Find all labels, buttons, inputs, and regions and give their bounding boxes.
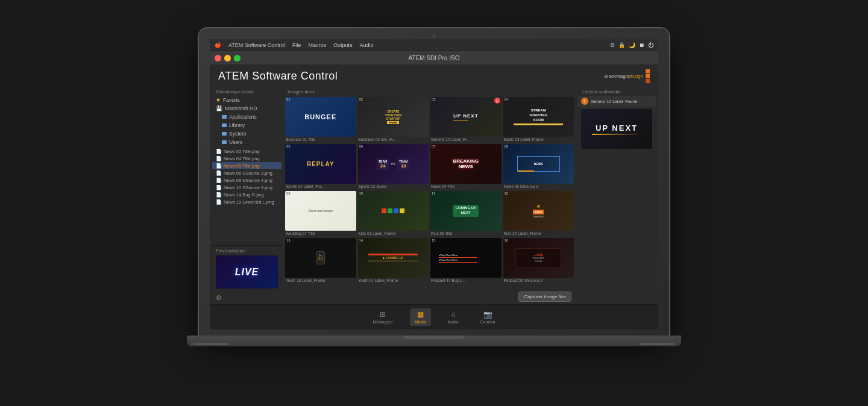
window-titlebar: ATEM SDI Pro ISO [210,51,658,64]
tree-item-library[interactable]: Library [212,121,281,130]
thumb-number: 13 [286,239,291,242]
grid-label-05: Sports 02 Label_Fra... [285,184,356,189]
grid-thumb-11: 11 COMING UPNEXT [430,191,502,231]
podcast-bar [439,262,477,263]
camera-dot [432,34,436,38]
upnext-preview: UP NEXT [581,109,652,149]
menu-item-app[interactable]: ATEM Software Control [228,42,285,48]
nav-camera[interactable]: 📷 Caméra [476,308,500,326]
preview-label: Prévisualisation [212,248,281,254]
capture-button-row: Capturer image fixe [283,289,576,304]
grid-item-05[interactable]: 05 REPLAY Sports 02 Label_Fra... [285,144,356,189]
grid-label-06: Sports 22 Score [358,184,429,189]
file-icon: 📄 [216,192,222,198]
grid-item-02[interactable]: 02 CREATEYOUR OWNSTARTUP BRAND Business … [358,97,429,142]
tree-item-favorites[interactable]: ★ Favoris [212,96,281,104]
file-item-selected[interactable]: 📄 News 05 Title.png [212,162,281,169]
grid-item-06[interactable]: 06 TEAM 24 VS TEAM [358,144,429,189]
file-icon: 📄 [216,163,222,169]
right-panel: Lecteur multimédia 1 Generic 10 Label_Fr… [577,87,656,304]
tree-item-users[interactable]: Users [212,138,281,146]
laptop-foot-right [639,343,675,345]
tree-item-hdd[interactable]: 💾 Macintosh HD [212,104,281,113]
nav-audio[interactable]: ♫ Audio [443,308,464,326]
grid-thumb-07: 07 BREAKINGNEWS [430,144,502,184]
grid-thumb-16: 16 ● LIVE PODCASTSHOW [503,238,574,278]
minimize-button[interactable] [224,55,231,61]
thumb-number: 10 [359,192,363,195]
file-name: News 04 Title.png [224,156,260,161]
fullscreen-button[interactable] [234,55,241,61]
images-fixes-title: Images fixes [283,87,576,96]
media-grid: 01 BUNGEE Business 01 Title 02 CREATEYOU… [283,96,576,289]
grid-item-04[interactable]: 04 STREAMSTARTINGSOON Music 03 Label_Fra… [503,97,574,142]
grid-label-11: Kids 06 Title [430,231,502,236]
grid-label-13: Youth 13 Label_Frame [285,278,356,283]
file-item[interactable]: 📄 News 19 Lower3rd L.png [212,198,281,205]
grid-thumb-10: 10 [358,191,429,231]
grid-item-07[interactable]: 07 BREAKINGNEWS News 04 Title [430,144,502,189]
grid-item-01[interactable]: 01 BUNGEE Business 01 Title [285,97,356,142]
media-label: Média [415,320,426,324]
grid-item-09[interactable]: 09 Alison and Steven Wedding 07 Title [285,191,356,236]
bottom-nav: ⊞ Mélangeur ▦ Média ♫ Audio 📷 Caméra [210,304,658,329]
folder-icon [222,140,227,144]
grid-label-07: News 04 Title [430,184,502,189]
file-icon: 📄 [216,149,222,154]
podcast-bar [439,257,477,258]
file-name: News 19 Lower3rd L.png [224,199,274,205]
selected-badge: 1 [494,98,500,104]
camera-icon: 📷 [483,310,492,319]
file-item[interactable]: 📄 News 14 Bug R.png [212,191,281,198]
left-panel: Bibliothèque locale ★ Favoris 💾 Macintos… [212,87,281,304]
menubar-icons: ⚙🔒🌙⏹⏻ [610,42,653,48]
camera-label: Caméra [480,320,495,324]
thumb-number: 08 [505,145,509,148]
grid-thumb-06: 06 TEAM 24 VS TEAM [358,144,429,184]
breaknews-text: BREAKINGNEWS [453,158,479,170]
grid-item-16[interactable]: 16 ● LIVE PODCASTSHOW Podcast 50 SSource… [503,238,574,283]
grid-label-14: Youth 04 Label_Frame [358,278,429,283]
app-title: ATEM Software Control [218,70,338,83]
grid-item-10[interactable]: 10 Kids 01 Label_Frame [358,191,429,236]
file-item[interactable]: 📄 News 10 SSource 3.png [212,184,281,191]
thumb-number: 11 [432,192,436,195]
menu-item-audio[interactable]: Audio [359,42,373,48]
tree-item-system[interactable]: System [212,130,281,138]
file-item[interactable]: 📄 News 09 SSource 4.png [212,176,281,184]
app-body: ATEM Software Control Blackmagicdesign [210,64,658,329]
grid-label-15: Podcast 47 Bug L... [430,278,502,283]
grid-thumb-05: 05 REPLAY [285,144,356,184]
tree-item-applications[interactable]: Applications [212,113,281,121]
grid-thumb-08: 08 NEWS [503,144,574,184]
grid-item-15[interactable]: 15 ●Play Show More ●Play Show More Podca… [430,238,502,283]
gear-icon[interactable]: ⚙ [216,294,222,302]
grid-item-13[interactable]: 13 NewTikTokDance Youth 13 Label_Frame [285,238,356,283]
nav-melangeur[interactable]: ⊞ Mélangeur [368,308,398,326]
grid-label-01: Business 01 Title [285,137,356,142]
screen-bezel: 🍎 ATEM Software Control File Macros Outp… [199,28,669,336]
folder-icon [222,132,227,136]
grid-item-03[interactable]: 03 1 UP NEXT Generic 10 Label_Fr... [430,97,502,142]
close-button[interactable] [215,55,221,61]
file-item[interactable]: 📄 News 04 Title.png [212,155,281,162]
file-item[interactable]: 📄 News 02 Title.png [212,148,281,155]
capture-button[interactable]: Capturer image fixe [518,292,571,302]
grid-label-03: Generic 10 Label_Fr... [430,137,502,142]
grid-item-08[interactable]: 08 NEWS News 08 SSource 3 [503,144,574,189]
file-item[interactable]: 📄 News 08 SSource 3.png [212,169,281,176]
grid-item-14[interactable]: 14 ▶ COMING UP Youth 04 Label_Frame [358,238,429,283]
menu-item-macros[interactable]: Macros [308,42,326,48]
apple-menu[interactable]: 🍎 [215,42,221,48]
thumb-number: 03 [432,98,436,101]
grid-item-12[interactable]: 12 ★ KIDS CHANNEL Kids 25 Label_Frame [503,191,574,236]
menu-item-file[interactable]: File [292,42,301,48]
star-icon: ★ [216,97,221,103]
nav-media[interactable]: ▦ Média [410,308,431,326]
hdd-icon: 💾 [216,105,222,111]
middle-panel: Images fixes 01 BUNGEE Business 01 Title [283,87,576,304]
menu-item-outputs[interactable]: Outputs [333,42,353,48]
thumb-number: 14 [359,239,363,242]
grid-thumb-09: 09 Alison and Steven [285,191,356,231]
grid-item-11[interactable]: 11 COMING UPNEXT Kids 06 Title [430,191,502,236]
